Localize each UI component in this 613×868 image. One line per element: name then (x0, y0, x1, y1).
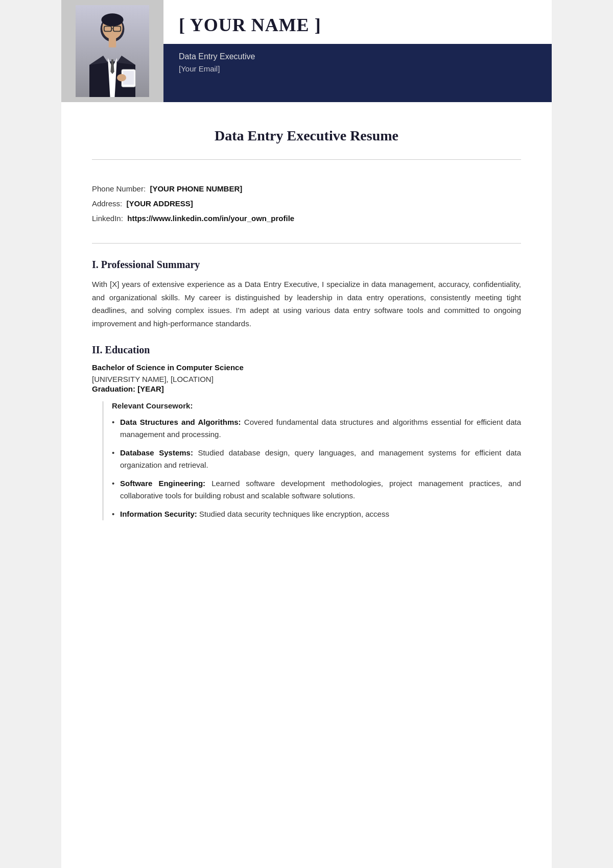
education-section: II. Education Bachelor of Science in Com… (92, 344, 521, 520)
address-label: Address: (92, 199, 122, 208)
summary-title: I. Professional Summary (92, 259, 521, 271)
header-details-area: Data Entry Executive [Your Email] (163, 44, 552, 102)
title-divider (92, 159, 521, 160)
svg-point-11 (117, 74, 126, 81)
graduation-year: Graduation: [YEAR] (92, 384, 521, 393)
phone-value: [YOUR PHONE NUMBER] (150, 184, 242, 193)
course-subject: Software Engineering: (120, 479, 205, 488)
profile-photo (61, 0, 163, 102)
list-item: Information Security: Studied data secur… (112, 508, 521, 520)
linkedin-label: LinkedIn: (92, 214, 123, 223)
coursework-list: Data Structures and Algorithms: Covered … (112, 416, 521, 520)
candidate-name: [ YOUR NAME ] (179, 14, 536, 36)
degree-title: Bachelor of Science in Computer Science (92, 363, 521, 372)
coursework-box: Relevant Coursework: Data Structures and… (102, 401, 521, 520)
address-item: Address: [YOUR ADDRESS] (92, 199, 521, 208)
header-name-area: [ YOUR NAME ] (163, 0, 552, 44)
list-item: Database Systems: Studied database desig… (112, 447, 521, 471)
course-subject: Information Security: (120, 510, 197, 518)
svg-rect-8 (109, 38, 116, 47)
list-item: Software Engineering: Learned software d… (112, 477, 521, 502)
contact-divider (92, 243, 521, 244)
resume-header: [ YOUR NAME ] Data Entry Executive [Your… (61, 0, 552, 102)
list-item: Data Structures and Algorithms: Covered … (112, 416, 521, 441)
address-value: [YOUR ADDRESS] (127, 199, 193, 208)
course-description: Studied data security techniques like en… (199, 510, 389, 518)
email-display: [Your Email] (179, 64, 536, 73)
university-name: [UNIVERSITY NAME], [LOCATION] (92, 375, 521, 383)
page-title: Data Entry Executive Resume (92, 102, 521, 159)
job-title: Data Entry Executive (179, 52, 536, 61)
summary-body: With [X] years of extensive experience a… (92, 278, 521, 330)
course-subject: Data Structures and Algorithms: (120, 418, 241, 426)
professional-summary-section: I. Professional Summary With [X] years o… (92, 259, 521, 330)
svg-point-7 (101, 13, 123, 26)
course-subject: Database Systems: (120, 448, 193, 457)
coursework-heading: Relevant Coursework: (112, 401, 521, 410)
linkedin-value: https://www.linkedin.com/in/your_own_pro… (127, 214, 294, 223)
header-info: [ YOUR NAME ] Data Entry Executive [Your… (163, 0, 552, 102)
contact-section: Phone Number: [YOUR PHONE NUMBER] Addres… (92, 174, 521, 239)
linkedin-item: LinkedIn: https://www.linkedin.com/in/yo… (92, 214, 521, 223)
main-content: Data Entry Executive Resume Phone Number… (61, 102, 552, 520)
phone-item: Phone Number: [YOUR PHONE NUMBER] (92, 184, 521, 193)
phone-label: Phone Number: (92, 184, 146, 193)
education-title: II. Education (92, 344, 521, 356)
